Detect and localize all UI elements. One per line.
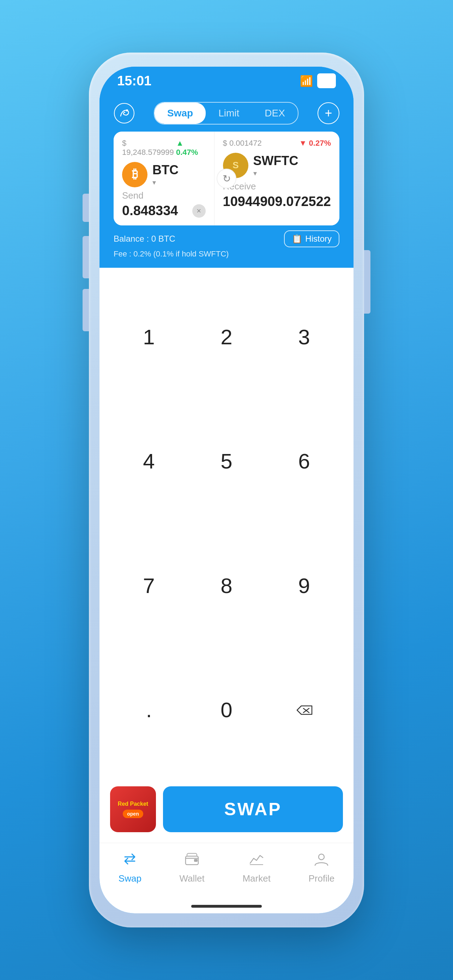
clear-button[interactable]: × — [192, 204, 206, 218]
app-header: Swap Limit DEX + — [100, 95, 353, 132]
swap-main-button[interactable]: SWAP — [163, 786, 343, 832]
send-label: Send — [122, 190, 206, 201]
wifi-icon: 📶 — [300, 75, 313, 87]
send-panel: $ 19,248.579999 ▲ 0.47% ₿ BTC ▾ — [114, 132, 215, 226]
market-nav-icon — [249, 851, 264, 870]
receive-amount: 10944909.072522 — [223, 194, 331, 209]
svg-rect-8 — [194, 859, 197, 862]
home-bar — [191, 905, 262, 908]
battery-value: 47 — [317, 73, 336, 88]
key-6[interactable]: 6 — [265, 399, 343, 524]
swftc-change: ▼ 0.27% — [299, 138, 331, 148]
history-label: History — [305, 234, 332, 244]
fee-text: Fee : 0.2% (0.1% if hold SWFTC) — [114, 250, 339, 261]
key-9[interactable]: 9 — [265, 523, 343, 648]
nav-market-label: Market — [242, 873, 270, 884]
bottom-nav: Swap Wallet — [100, 843, 353, 899]
nav-swap[interactable]: Swap — [119, 851, 141, 884]
btc-change: ▲ 0.47% — [176, 138, 206, 157]
btc-chevron[interactable]: ▾ — [153, 178, 178, 187]
balance-row: Balance : 0 BTC 📋 History — [114, 226, 339, 250]
red-packet-title: Red Packet — [118, 800, 148, 807]
app-logo — [114, 103, 135, 124]
status-icons: 📶 47 — [300, 73, 336, 88]
btc-coin-row: ₿ BTC ▾ — [122, 162, 206, 187]
profile-nav-icon — [314, 851, 329, 870]
receive-amount-row: 10944909.072522 — [223, 194, 331, 209]
tab-dex[interactable]: DEX — [252, 103, 298, 124]
swap-nav-icon — [122, 851, 138, 870]
tab-swap[interactable]: Swap — [154, 103, 206, 124]
swap-card: $ 19,248.579999 ▲ 0.47% ₿ BTC ▾ — [100, 132, 353, 268]
history-icon: 📋 — [292, 234, 302, 244]
key-4[interactable]: 4 — [110, 399, 188, 524]
keypad: 1 2 3 4 5 6 7 8 9 . 0 — [100, 268, 353, 779]
swap-panels: $ 19,248.579999 ▲ 0.47% ₿ BTC ▾ — [114, 132, 339, 226]
svg-point-10 — [319, 854, 324, 860]
btc-price-row: $ 19,248.579999 ▲ 0.47% — [122, 138, 206, 157]
keyboard-area: 1 2 3 4 5 6 7 8 9 . 0 — [100, 268, 353, 843]
tab-bar: Swap Limit DEX — [154, 102, 299, 124]
wallet-nav-icon — [184, 851, 200, 870]
nav-market[interactable]: Market — [242, 851, 270, 884]
btc-icon: ₿ — [122, 162, 148, 187]
add-button[interactable]: + — [318, 102, 339, 124]
status-time: 15:01 — [117, 73, 151, 89]
red-packet-badge[interactable]: Red Packet open — [110, 786, 156, 832]
key-3[interactable]: 3 — [265, 275, 343, 399]
receive-label: Receive — [223, 181, 331, 192]
swftc-coin-row: S SWFTC ▾ — [223, 153, 331, 178]
btc-price: $ 19,248.579999 — [122, 138, 176, 157]
key-dot[interactable]: . — [110, 648, 188, 773]
key-1[interactable]: 1 — [110, 275, 188, 399]
key-8[interactable]: 8 — [188, 523, 265, 648]
key-5[interactable]: 5 — [188, 399, 265, 524]
status-bar: 15:01 📶 47 — [100, 67, 353, 95]
svg-point-0 — [114, 103, 134, 123]
send-amount-row: 0.848334 × — [122, 203, 206, 218]
send-amount: 0.848334 — [122, 203, 178, 218]
key-0[interactable]: 0 — [188, 648, 265, 773]
red-packet-open-label: open — [123, 810, 143, 818]
swap-button-row: Red Packet open SWAP — [100, 779, 353, 843]
nav-wallet-label: Wallet — [179, 873, 204, 884]
swftc-name: SWFTC — [253, 153, 299, 168]
home-indicator — [100, 899, 353, 913]
balance-text: Balance : 0 BTC — [114, 234, 175, 244]
nav-profile[interactable]: Profile — [308, 851, 334, 884]
svg-point-1 — [126, 109, 128, 111]
swap-direction-button[interactable]: ↻ — [217, 169, 236, 188]
swftc-price-row: $ 0.001472 ▼ 0.27% — [223, 138, 331, 148]
key-2[interactable]: 2 — [188, 275, 265, 399]
svg-text:S: S — [232, 160, 238, 170]
svg-text:₿: ₿ — [132, 167, 138, 181]
history-button[interactable]: 📋 History — [284, 231, 339, 247]
key-7[interactable]: 7 — [110, 523, 188, 648]
nav-wallet[interactable]: Wallet — [179, 851, 204, 884]
swftc-price: $ 0.001472 — [223, 138, 262, 148]
nav-swap-label: Swap — [119, 873, 141, 884]
tab-limit[interactable]: Limit — [206, 103, 252, 124]
btc-name: BTC — [153, 162, 178, 177]
nav-profile-label: Profile — [308, 873, 334, 884]
swftc-chevron[interactable]: ▾ — [253, 169, 299, 177]
key-backspace[interactable] — [265, 648, 343, 773]
